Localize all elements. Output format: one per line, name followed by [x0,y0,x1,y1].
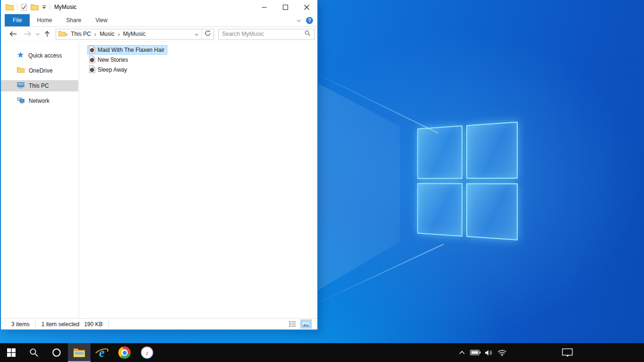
sidebar-item-this-pc[interactable]: This PC [1,80,78,91]
view-toggles [288,320,312,329]
forward-button-disabled[interactable] [24,31,31,37]
selection-count: 1 item selected [41,321,80,328]
search-icon[interactable] [305,30,311,38]
navigation-pane: Quick access OneDrive This PC Network [1,41,79,318]
expand-ribbon-chevron-icon[interactable] [297,17,301,24]
window-title: MyMusic [54,4,76,10]
qat-separator [50,4,50,10]
tab-view[interactable]: View [88,14,115,26]
cortana-button[interactable] [45,343,68,362]
help-button[interactable]: ? [306,17,313,24]
sidebar-item-label: Quick access [28,52,62,59]
new-folder-button[interactable] [31,4,39,10]
address-bar[interactable]: › This PC › Music › MyMusic [56,29,214,40]
sidebar-item-network[interactable]: Network [1,95,78,107]
close-button[interactable] [296,0,317,14]
details-view-button[interactable] [288,320,297,329]
network-icon [17,97,25,105]
system-tray [446,343,644,362]
taskbar-file-explorer-button[interactable] [68,343,91,362]
taskbar-itunes-button[interactable]: ♪ [136,343,158,362]
windows-logo [417,122,518,240]
search-box[interactable] [218,29,314,40]
music-file-icon [89,46,95,55]
file-item-new-stories[interactable]: New Stories [87,55,131,65]
onedrive-folder-icon [17,67,25,74]
sidebar-item-quick-access[interactable]: Quick access [1,50,78,61]
minimize-button[interactable] [254,0,275,14]
taskbar: e ♪ [0,343,644,362]
status-separator [108,321,109,328]
windows-logo-pane [466,183,518,240]
status-separator [35,321,36,328]
windows-logo-pane [417,125,462,179]
address-divider [201,29,202,39]
window-folder-icon [6,4,14,10]
action-center-icon[interactable] [559,343,575,362]
quick-access-toolbar [1,4,50,11]
window-controls [254,0,317,14]
properties-button[interactable] [21,4,27,11]
battery-icon[interactable] [469,343,482,362]
window-body: Quick access OneDrive This PC Network [1,41,317,318]
volume-icon[interactable] [483,343,495,362]
back-button[interactable] [9,31,17,37]
large-thumbnails-view-button[interactable] [300,320,312,329]
customize-quick-access-toolbar-button[interactable] [42,5,46,9]
chrome-icon [118,346,131,359]
status-bar: 3 items 1 item selected 190 KB [1,318,317,329]
file-name: Maid With The Flaxen Hair [98,47,165,53]
recent-locations-chevron[interactable] [36,33,40,35]
address-folder-icon [58,31,66,38]
windows-logo-pane [417,183,462,237]
file-name: New Stories [98,57,128,63]
file-name: Sleep Away [98,66,127,73]
tab-home[interactable]: Home [30,14,59,26]
file-item-sleep-away[interactable]: Sleep Away [87,65,130,74]
file-list[interactable]: Maid With The Flaxen Hair New Stories Sl… [79,41,317,318]
up-button[interactable] [44,31,50,37]
this-pc-monitor-icon [17,82,25,90]
sidebar-item-onedrive[interactable]: OneDrive [1,65,78,76]
wifi-icon[interactable] [496,343,508,362]
items-count: 3 items [11,321,30,328]
hidden-icons-chevron[interactable] [457,343,467,362]
music-file-icon [89,56,95,65]
navigation-bar: › This PC › Music › MyMusic [1,27,317,41]
windows-logo-pane [466,122,518,179]
titlebar: MyMusic [1,0,317,14]
tab-share[interactable]: Share [59,14,88,26]
sidebar-item-label: OneDrive [29,67,53,74]
refresh-button[interactable] [205,30,211,38]
ribbon-right-controls: ? [297,14,317,26]
taskbar-internet-explorer-button[interactable]: e [91,343,113,362]
quick-access-star-icon [17,51,24,60]
sidebar-item-label: This PC [29,82,49,89]
breadcrumb-mymusic[interactable]: MyMusic [120,31,149,37]
qat-separator [17,4,17,10]
sidebar-item-label: Network [29,98,50,104]
wallpaper-beam-edge-top [311,71,439,133]
address-dropdown-chevron[interactable] [195,31,198,37]
wallpaper-beam-edge-bottom [311,244,444,306]
itunes-icon: ♪ [141,346,153,359]
music-file-icon [89,66,95,74]
selection-size: 190 KB [84,321,102,328]
ribbon-tab-bar: File Home Share View ? [1,14,317,27]
search-input[interactable] [222,31,305,37]
file-explorer-window: MyMusic File Home Share View ? [0,0,318,330]
breadcrumb-this-pc[interactable]: This PC [67,31,94,37]
start-button[interactable] [0,343,23,362]
taskbar-chrome-button[interactable] [113,343,136,362]
taskbar-search-button[interactable] [23,343,45,362]
tab-file[interactable]: File [5,14,30,26]
file-item-maid-with-the-flaxen-hair[interactable]: Maid With The Flaxen Hair [87,45,167,55]
maximize-button[interactable] [275,0,296,14]
breadcrumb-music[interactable]: Music [96,31,117,37]
internet-explorer-icon: e [95,346,108,359]
